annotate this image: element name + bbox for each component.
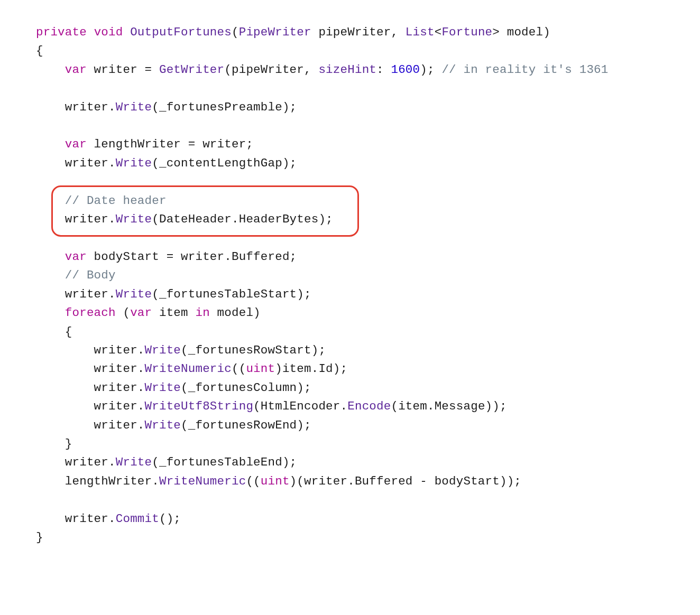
code-token: writer.: [36, 100, 116, 114]
code-token: :: [376, 63, 391, 77]
code-token: writer.: [36, 455, 116, 469]
code-token: (_contentLengthGap);: [152, 156, 297, 170]
code-block[interactable]: private void OutputFortunes(PipeWriter p…: [0, 0, 700, 570]
code-token: Write: [116, 287, 152, 301]
code-token: foreach: [65, 306, 116, 320]
code-token: );: [420, 63, 441, 77]
code-token: WriteUtf8String: [145, 399, 254, 413]
code-token: in: [195, 306, 209, 320]
code-token: var: [65, 63, 87, 77]
code-token: // in reality it's 1361: [441, 63, 608, 77]
code-token: // Date header: [65, 194, 167, 208]
code-token: (pipeWriter,: [224, 63, 318, 77]
code-token: (_fortunesRowStart);: [181, 343, 326, 357]
code-token: ();: [159, 512, 181, 526]
code-token: var: [65, 250, 87, 264]
code-token: (DateHeader.HeaderBytes);: [152, 212, 333, 226]
code-token: Write: [116, 100, 152, 114]
code-token: writer.: [36, 212, 116, 226]
code-token: (_fortunesPreamble);: [152, 100, 297, 114]
code-token: [36, 306, 65, 320]
code-token: var: [65, 137, 87, 151]
code-token: OutputFortunes: [130, 25, 232, 39]
code-token: (_fortunesColumn);: [181, 381, 311, 395]
code-token: writer.: [36, 418, 145, 432]
code-token: > model): [492, 25, 550, 39]
code-token: [36, 194, 65, 208]
code-token: writer.: [36, 287, 116, 301]
code-token: lengthWriter.: [36, 474, 159, 488]
code-token: Write: [116, 455, 152, 469]
code-token: }: [36, 437, 72, 451]
code-token: (: [232, 25, 239, 39]
code-token: [123, 25, 130, 39]
code-token: (: [116, 306, 130, 320]
code-token: [87, 25, 94, 39]
code-token: void: [94, 25, 123, 39]
code-token: writer.: [36, 512, 116, 526]
code-token: writer =: [87, 63, 159, 77]
code-token: ((: [246, 474, 260, 488]
code-token: Write: [116, 156, 152, 170]
code-token: Encode: [347, 399, 391, 413]
code-token: uint: [261, 474, 290, 488]
code-token: item: [152, 306, 195, 320]
code-token: private: [36, 25, 87, 39]
code-token: Write: [145, 343, 181, 357]
code-token: [36, 250, 65, 264]
code-token: writer.: [36, 381, 145, 395]
code-token: // Body: [65, 268, 116, 282]
code-token: )(writer.Buffered - bodyStart));: [290, 474, 521, 488]
code-token: GetWriter: [159, 63, 224, 77]
code-token: pipeWriter,: [311, 25, 406, 39]
code-token: WriteNumeric: [145, 362, 232, 376]
code-token: uint: [246, 362, 275, 376]
code-token: lengthWriter = writer;: [87, 137, 253, 151]
code-token: [36, 268, 65, 282]
code-token: (_fortunesRowEnd);: [181, 418, 311, 432]
code-token: Write: [116, 212, 152, 226]
code-token: ((: [232, 362, 246, 376]
code-token: 1600: [391, 63, 420, 77]
code-token: (_fortunesTableEnd);: [152, 455, 297, 469]
code-token: )item.Id);: [275, 362, 347, 376]
code-token: <: [435, 25, 442, 39]
code-token: Commit: [116, 512, 159, 526]
code-token: {: [36, 44, 43, 58]
code-token: Write: [145, 418, 181, 432]
code-token: (_fortunesTableStart);: [152, 287, 311, 301]
code-token: PipeWriter: [239, 25, 311, 39]
code-token: WriteNumeric: [159, 474, 246, 488]
code-token: var: [130, 306, 152, 320]
code-token: bodyStart = writer.Buffered;: [87, 250, 297, 264]
code-token: [36, 137, 65, 151]
code-token: (item.Message));: [391, 399, 506, 413]
code-token: writer.: [36, 156, 116, 170]
code-token: writer.: [36, 399, 145, 413]
code-token: Write: [145, 381, 181, 395]
code-token: }: [36, 530, 43, 544]
code-token: List: [406, 25, 435, 39]
code-token: {: [36, 325, 72, 339]
code-token: (HtmlEncoder.: [253, 399, 347, 413]
code-token: Fortune: [441, 25, 492, 39]
code-token: writer.: [36, 343, 145, 357]
code-token: writer.: [36, 362, 145, 376]
code-token: [36, 63, 65, 77]
code-token: sizeHint: [318, 63, 376, 77]
code-token: model): [210, 306, 261, 320]
